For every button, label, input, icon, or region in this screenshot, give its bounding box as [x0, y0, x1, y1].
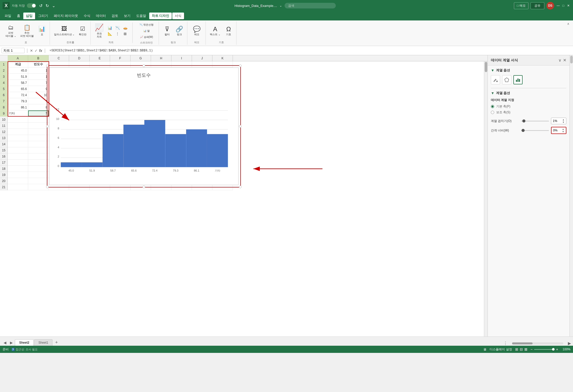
gap-width-track[interactable] — [521, 130, 549, 131]
row-num-9[interactable]: 9 — [0, 110, 7, 117]
row-num-1[interactable]: 1 — [0, 61, 7, 68]
cell-D1[interactable] — [69, 61, 90, 67]
row-num-8[interactable]: 8 — [0, 104, 7, 110]
cancel-formula-icon[interactable]: ✕ — [30, 49, 33, 53]
col-header-I[interactable]: I — [171, 55, 192, 61]
cell-A14[interactable] — [8, 141, 28, 147]
sheet-tab-sheet2[interactable]: Sheet2 — [15, 339, 34, 346]
add-sheet-button[interactable]: + — [53, 339, 60, 346]
spinner-down-icon[interactable]: ▼ — [562, 121, 565, 124]
pivot-table-button[interactable]: 🗂 피벗테이블 ⌄ — [4, 23, 18, 39]
cell-A17[interactable] — [8, 160, 28, 165]
chart-handle-br[interactable] — [239, 186, 242, 188]
tab-prev-button[interactable]: ◀ — [2, 340, 8, 346]
row-num-7[interactable]: 7 — [0, 98, 7, 104]
line-sparkline-button[interactable]: 📉 꺾은선형 — [136, 22, 157, 28]
gap-width-thumb[interactable] — [522, 129, 525, 132]
cell-J1[interactable] — [192, 61, 212, 67]
cell-A15[interactable] — [8, 147, 28, 153]
insert-function-icon[interactable]: fx — [39, 49, 42, 53]
memo-button[interactable]: □ 메모 — [514, 2, 528, 9]
cell-A21[interactable] — [8, 184, 28, 190]
cell-B20[interactable] — [28, 178, 49, 184]
cell-H1[interactable] — [151, 61, 171, 67]
menu-view[interactable]: 보기 — [121, 13, 133, 19]
secondary-axis-radio[interactable] — [491, 111, 494, 114]
primary-axis-option[interactable]: 기본 축(P) — [491, 104, 566, 109]
link-button[interactable]: 🔗 링크 — [174, 25, 185, 37]
tab-options-dots[interactable]: ⋮ — [503, 341, 507, 346]
pie-chart-button[interactable]: 🥧 — [122, 25, 129, 30]
panel-scrollbar[interactable] — [569, 55, 573, 337]
cell-A2[interactable]: 45.0 — [8, 68, 28, 73]
col-header-A[interactable]: A — [8, 55, 28, 61]
symbol-button[interactable]: Ω 기호 — [223, 25, 234, 37]
menu-file[interactable]: 파일 — [2, 13, 14, 19]
cell-B19[interactable] — [28, 172, 49, 178]
cell-B5[interactable]: 9 — [28, 86, 49, 92]
page-break-view-btn[interactable]: ⊠ — [524, 347, 527, 351]
cell-B14[interactable] — [28, 141, 49, 147]
row-num-4[interactable]: 4 — [0, 80, 7, 86]
share-button[interactable]: 공유 — [531, 2, 544, 9]
menu-home[interactable]: 홈 — [14, 13, 23, 19]
cell-B10[interactable] — [28, 117, 49, 122]
user-avatar[interactable]: DS — [546, 2, 554, 9]
menu-data[interactable]: 데이터 — [93, 13, 109, 19]
more-chart-button[interactable]: ⊞ — [122, 31, 129, 36]
col-header-F[interactable]: F — [110, 55, 131, 61]
cell-A20[interactable] — [8, 178, 28, 184]
row-num-5[interactable]: 5 — [0, 86, 7, 92]
cell-A16[interactable] — [8, 153, 28, 159]
panel-scrollbar-thumb[interactable] — [570, 56, 573, 63]
ribbon-collapse-button[interactable]: ∧ — [566, 21, 571, 45]
secondary-axis-option[interactable]: 보조 축(S) — [491, 110, 566, 115]
cell-B21[interactable] — [28, 184, 49, 190]
filter-button[interactable]: ⊽ 필터 — [161, 25, 173, 37]
cell-A8[interactable]: 86.1 — [8, 104, 28, 110]
zoom-track[interactable] — [534, 349, 555, 350]
winloss-sparkline-button[interactable]: 📈 승패(W) — [136, 34, 157, 40]
cell-E1[interactable] — [90, 61, 110, 67]
undo-arrow[interactable]: ⌄ — [51, 3, 56, 9]
panel-collapse-button[interactable]: ∨ — [558, 58, 561, 63]
chart-container[interactable]: 빈도수 0 2 4 6 8 10 12 — [49, 68, 239, 185]
menu-help[interactable]: 도움말 — [134, 13, 149, 19]
cell-B9[interactable]: 7 — [28, 110, 49, 116]
cell-B2[interactable]: 1 — [28, 68, 49, 73]
zoom-thumb[interactable] — [552, 348, 555, 351]
menu-page-layout[interactable]: 페이지 레이아웃 — [51, 13, 81, 19]
cell-name-box[interactable] — [2, 48, 25, 53]
row-num-21[interactable]: 21 — [0, 184, 7, 190]
series-overlap-track[interactable] — [521, 121, 549, 121]
cell-A11[interactable] — [8, 123, 28, 129]
cell-B6[interactable]: 10 — [28, 92, 49, 98]
cell-B1[interactable]: 빈도수 — [28, 61, 49, 67]
cell-G1[interactable] — [131, 61, 151, 67]
row-num-15[interactable]: 15 — [0, 147, 7, 153]
cell-A9[interactable]: 기타 — [8, 110, 28, 116]
menu-review[interactable]: 검토 — [109, 13, 121, 19]
cell-B4[interactable]: 7 — [28, 80, 49, 86]
minimize-button[interactable]: — — [556, 4, 560, 8]
zoom-minus-btn[interactable]: − — [531, 347, 533, 351]
cell-F1[interactable] — [110, 61, 131, 67]
line-chart-button[interactable]: 📉 — [114, 25, 121, 30]
sheet-scroll-thumb[interactable] — [512, 342, 533, 344]
row-num-19[interactable]: 19 — [0, 172, 7, 178]
area-chart-button[interactable]: 📐 — [106, 31, 113, 36]
cell-B11[interactable] — [28, 123, 49, 129]
maximize-button[interactable]: □ — [561, 4, 565, 8]
row-num-10[interactable]: 10 — [0, 117, 7, 123]
cell-B18[interactable] — [28, 166, 49, 172]
bar-chart-button[interactable]: 📊 — [106, 25, 113, 30]
scatter-chart-button[interactable]: ⋮ — [114, 31, 121, 36]
checkbox-button[interactable]: ☑ 확인란 — [77, 25, 88, 37]
cell-C1[interactable] — [49, 61, 69, 67]
cell-A3[interactable]: 51.9 — [8, 74, 28, 80]
cell-A18[interactable] — [8, 166, 28, 172]
scrollbar-thumb[interactable] — [485, 62, 487, 72]
cell-B8[interactable]: 8 — [28, 104, 49, 110]
row-num-20[interactable]: 20 — [0, 178, 7, 184]
chart-handle-mr[interactable] — [239, 125, 242, 128]
